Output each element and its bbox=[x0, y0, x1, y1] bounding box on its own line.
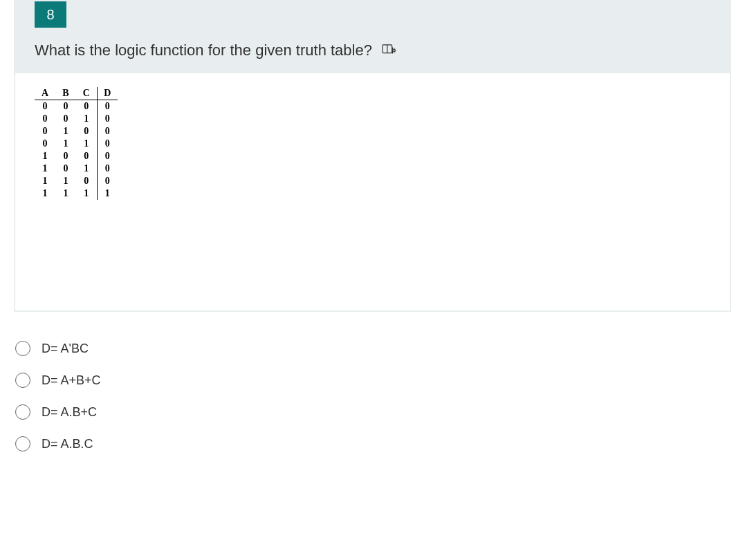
cell: 0 bbox=[97, 138, 118, 150]
option-label: D= A.B+C bbox=[42, 405, 97, 420]
cell: 0 bbox=[35, 138, 55, 150]
cell: 1 bbox=[76, 162, 97, 175]
cell: 0 bbox=[76, 150, 97, 162]
cell: 1 bbox=[35, 150, 55, 162]
cell: 0 bbox=[76, 125, 97, 138]
question-content: A B C D 0 0 0 0 0 0 1 0 bbox=[15, 73, 730, 310]
cell: 0 bbox=[55, 162, 76, 175]
col-header-a: A bbox=[35, 87, 55, 100]
table-row: 0 0 0 0 bbox=[35, 100, 118, 113]
col-header-b: B bbox=[55, 87, 76, 100]
cell: 1 bbox=[35, 187, 55, 200]
cell: 0 bbox=[97, 100, 118, 113]
cell: 1 bbox=[55, 125, 76, 138]
col-header-c: C bbox=[76, 87, 97, 100]
option-3[interactable]: D= A.B+C bbox=[15, 396, 730, 428]
col-header-d: D bbox=[97, 87, 118, 100]
cell: 0 bbox=[97, 162, 118, 175]
cell: 1 bbox=[76, 138, 97, 150]
cell: 1 bbox=[55, 138, 76, 150]
truth-table: A B C D 0 0 0 0 0 0 1 0 bbox=[35, 87, 118, 200]
cell: 0 bbox=[55, 113, 76, 125]
table-row: 1 1 1 1 bbox=[35, 187, 118, 200]
table-row: 0 1 0 0 bbox=[35, 125, 118, 138]
cell: 1 bbox=[76, 113, 97, 125]
cell: 0 bbox=[97, 175, 118, 187]
cell: 0 bbox=[97, 150, 118, 162]
table-header-row: A B C D bbox=[35, 87, 118, 100]
cell: 1 bbox=[55, 175, 76, 187]
cell: 0 bbox=[97, 125, 118, 138]
table-row: 1 1 0 0 bbox=[35, 175, 118, 187]
cell: 1 bbox=[76, 187, 97, 200]
immersive-reader-icon[interactable] bbox=[382, 44, 397, 57]
table-row: 1 0 1 0 bbox=[35, 162, 118, 175]
option-4[interactable]: D= A.B.C bbox=[15, 428, 730, 460]
cell: 0 bbox=[35, 100, 55, 113]
option-label: D= A.B.C bbox=[42, 437, 93, 451]
cell: 0 bbox=[97, 113, 118, 125]
table-row: 1 0 0 0 bbox=[35, 150, 118, 162]
question-container: 8 What is the logic function for the giv… bbox=[14, 0, 731, 312]
radio-icon bbox=[15, 341, 30, 356]
cell: 0 bbox=[35, 125, 55, 138]
cell: 0 bbox=[55, 150, 76, 162]
option-label: D= A'BC bbox=[42, 342, 89, 356]
cell: 0 bbox=[35, 113, 55, 125]
radio-icon bbox=[15, 404, 30, 420]
table-row: 0 0 1 0 bbox=[35, 113, 118, 125]
option-1[interactable]: D= A'BC bbox=[15, 333, 730, 364]
cell: 1 bbox=[97, 187, 118, 200]
cell: 0 bbox=[76, 100, 97, 113]
table-row: 0 1 1 0 bbox=[35, 138, 118, 150]
cell: 1 bbox=[35, 162, 55, 175]
radio-icon bbox=[15, 373, 30, 388]
question-text: What is the logic function for the given… bbox=[35, 41, 372, 59]
question-number-badge: 8 bbox=[35, 1, 66, 28]
cell: 0 bbox=[76, 175, 97, 187]
option-label: D= A+B+C bbox=[42, 373, 101, 388]
cell: 1 bbox=[55, 187, 76, 200]
cell: 0 bbox=[55, 100, 76, 113]
option-2[interactable]: D= A+B+C bbox=[15, 364, 730, 396]
question-text-row: What is the logic function for the given… bbox=[15, 28, 730, 59]
radio-icon bbox=[15, 436, 30, 451]
question-header: 8 What is the logic function for the giv… bbox=[15, 1, 730, 73]
cell: 1 bbox=[35, 175, 55, 187]
answer-options: D= A'BC D= A+B+C D= A.B+C D= A.B.C bbox=[0, 312, 745, 467]
